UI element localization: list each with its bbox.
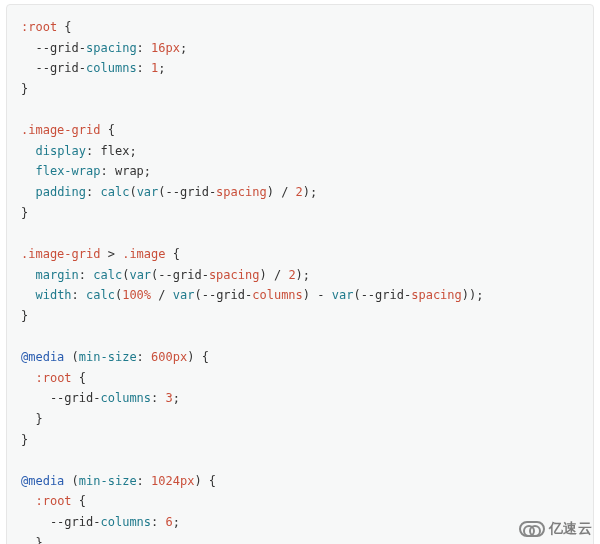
code-token: (--grid- <box>158 185 216 199</box>
code-token: min-size <box>79 350 137 364</box>
code-line: } <box>21 82 28 96</box>
code-line: } <box>21 433 28 447</box>
code-token: : <box>86 185 100 199</box>
code-token: : <box>79 268 93 282</box>
code-token: 100% <box>122 288 151 302</box>
code-token: spacing <box>86 41 137 55</box>
code-token: > <box>100 247 122 261</box>
code-token: ) { <box>194 474 216 488</box>
code-token: :root <box>35 371 71 385</box>
code-token: 600px <box>151 350 187 364</box>
code-token: .image-grid <box>21 123 100 137</box>
code-token: spacing <box>411 288 462 302</box>
watermark: 亿速云 <box>519 520 593 538</box>
code-token: ) - <box>303 288 332 302</box>
code-token: calc <box>93 268 122 282</box>
code-token: --grid- <box>21 391 100 405</box>
code-token: 2 <box>288 268 295 282</box>
code-token: ) / <box>267 185 296 199</box>
code-token: { <box>100 123 114 137</box>
code-line: margin: calc(var(--grid-spacing) / 2); <box>21 268 310 282</box>
watermark-brand: 亿速云 <box>549 520 593 538</box>
code-token: ; <box>173 515 180 529</box>
code-token: (--grid- <box>194 288 252 302</box>
code-token: :root <box>35 494 71 508</box>
code-token: ; <box>158 61 165 75</box>
code-token: } <box>21 206 28 220</box>
code-line: .image-grid > .image { <box>21 247 180 261</box>
code-token: : wrap; <box>100 164 151 178</box>
code-token: @media <box>21 350 64 364</box>
code-token: } <box>21 82 28 96</box>
code-token: } <box>21 309 28 323</box>
code-line: --grid-spacing: 16px; <box>21 41 187 55</box>
code-token: (--grid- <box>353 288 411 302</box>
code-token: ( <box>64 350 78 364</box>
code-token: 1024px <box>151 474 194 488</box>
code-token: ; <box>173 391 180 405</box>
code-line: --grid-columns: 3; <box>21 391 180 405</box>
code-line: @media (min-size: 1024px) { <box>21 474 216 488</box>
code-token: )); <box>462 288 484 302</box>
code-token: columns <box>100 515 151 529</box>
code-line: display: flex; <box>21 144 137 158</box>
code-token: flex-wrap <box>35 164 100 178</box>
code-token: } <box>21 433 28 447</box>
code-token: 16px <box>151 41 180 55</box>
code-line: flex-wrap: wrap; <box>21 164 151 178</box>
code-token: } <box>21 536 43 544</box>
code-token: display <box>35 144 86 158</box>
code-line: @media (min-size: 600px) { <box>21 350 209 364</box>
code-token: 6 <box>166 515 173 529</box>
code-token: columns <box>100 391 151 405</box>
code-token: :root <box>21 20 57 34</box>
code-token: ( <box>64 474 78 488</box>
code-token <box>21 268 35 282</box>
code-token: --grid- <box>21 41 86 55</box>
code-token: columns <box>86 61 137 75</box>
code-token: : <box>137 474 151 488</box>
code-token: { <box>57 20 71 34</box>
code-token: calc <box>100 185 129 199</box>
code-token: : <box>151 515 165 529</box>
code-token <box>21 185 35 199</box>
code-line: :root { <box>21 371 86 385</box>
code-line: width: calc(100% / var(--grid-columns) -… <box>21 288 483 302</box>
code-token: } <box>21 412 43 426</box>
code-token <box>21 494 35 508</box>
code-block: :root { --grid-spacing: 16px; --grid-col… <box>6 4 594 544</box>
code-line: --grid-columns: 6; <box>21 515 180 529</box>
code-token: ); <box>296 268 310 282</box>
code-token: --grid- <box>21 515 100 529</box>
code-token: margin <box>35 268 78 282</box>
code-line: } <box>21 536 43 544</box>
code-token: var <box>332 288 354 302</box>
code-line: .image-grid { <box>21 123 115 137</box>
code-token: / <box>151 288 173 302</box>
code-token: spacing <box>209 268 260 282</box>
code-token: var <box>129 268 151 282</box>
code-line: padding: calc(var(--grid-spacing) / 2); <box>21 185 317 199</box>
code-token: ; <box>180 41 187 55</box>
code-token: width <box>35 288 71 302</box>
code-token: : <box>137 41 151 55</box>
code-token <box>21 144 35 158</box>
code-token <box>21 288 35 302</box>
code-token: (--grid- <box>151 268 209 282</box>
code-token: : <box>137 61 151 75</box>
code-token: min-size <box>79 474 137 488</box>
code-line: :root { <box>21 20 72 34</box>
code-token: spacing <box>216 185 267 199</box>
code-token: 2 <box>296 185 303 199</box>
code-line: :root { <box>21 494 86 508</box>
code-token: : <box>137 350 151 364</box>
code-line: } <box>21 206 28 220</box>
code-token: ( <box>129 185 136 199</box>
code-token: : <box>72 288 86 302</box>
code-token: .image <box>122 247 165 261</box>
code-token: 3 <box>166 391 173 405</box>
code-token: var <box>137 185 159 199</box>
code-token: : <box>151 391 165 405</box>
code-token: ); <box>303 185 317 199</box>
code-token: ) { <box>187 350 209 364</box>
